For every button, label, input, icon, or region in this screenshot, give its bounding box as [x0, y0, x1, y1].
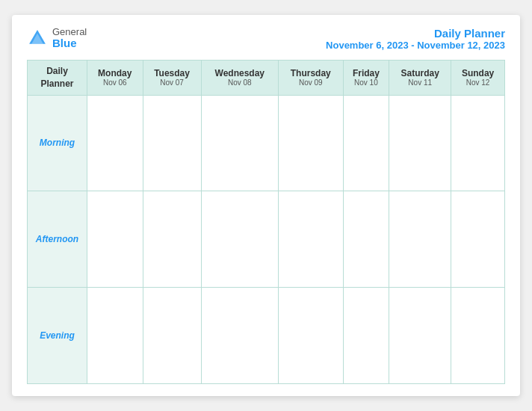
cell-afternoon-friday[interactable]	[343, 191, 389, 288]
cell-evening-saturday[interactable]	[389, 288, 451, 384]
cell-afternoon-wednesday[interactable]	[201, 191, 279, 288]
header-date: November 6, 2023 - November 12, 2023	[326, 40, 505, 51]
cell-afternoon-saturday[interactable]	[389, 191, 451, 288]
day-header-monday: MondayNov 06	[87, 61, 143, 96]
cell-evening-friday[interactable]	[343, 288, 389, 384]
first-col-line2: Planner	[40, 78, 73, 89]
cell-morning-friday[interactable]	[343, 95, 389, 191]
header-right: Daily Planner November 6, 2023 - Novembe…	[326, 27, 505, 51]
cell-evening-tuesday[interactable]	[143, 288, 201, 384]
page: General Blue Daily Planner November 6, 2…	[12, 15, 520, 396]
table-row: Evening	[28, 288, 505, 384]
time-label-morning: Morning	[28, 95, 87, 191]
cell-evening-wednesday[interactable]	[201, 288, 279, 384]
table-row: Afternoon	[28, 191, 505, 288]
logo-general-text: General	[52, 27, 87, 37]
day-header-saturday: SaturdayNov 11	[389, 61, 451, 96]
first-col-header: Daily Planner	[28, 61, 87, 96]
planner-table: Daily Planner MondayNov 06TuesdayNov 07W…	[27, 60, 505, 384]
first-col-line1: Daily	[46, 66, 68, 76]
cell-afternoon-thursday[interactable]	[279, 191, 343, 288]
cell-evening-monday[interactable]	[87, 288, 143, 384]
cell-morning-thursday[interactable]	[279, 95, 343, 191]
cell-afternoon-sunday[interactable]	[451, 191, 505, 288]
cell-evening-sunday[interactable]	[451, 288, 505, 384]
day-header-sunday: SundayNov 12	[451, 61, 505, 96]
logo: General Blue	[27, 27, 87, 50]
table-row: Morning	[28, 95, 505, 191]
cell-evening-thursday[interactable]	[279, 288, 343, 384]
header: General Blue Daily Planner November 6, 2…	[27, 27, 505, 51]
logo-text: General Blue	[52, 27, 87, 50]
header-row: Daily Planner MondayNov 06TuesdayNov 07W…	[28, 61, 505, 96]
logo-icon	[27, 28, 48, 49]
cell-morning-sunday[interactable]	[451, 95, 505, 191]
cell-morning-wednesday[interactable]	[201, 95, 279, 191]
cell-morning-monday[interactable]	[87, 95, 143, 191]
cell-afternoon-tuesday[interactable]	[143, 191, 201, 288]
time-label-afternoon: Afternoon	[28, 191, 87, 288]
day-header-wednesday: WednesdayNov 08	[201, 61, 279, 96]
cell-morning-saturday[interactable]	[389, 95, 451, 191]
time-label-evening: Evening	[28, 288, 87, 384]
logo-blue-text: Blue	[52, 37, 87, 50]
day-header-friday: FridayNov 10	[343, 61, 389, 96]
cell-afternoon-monday[interactable]	[87, 191, 143, 288]
day-header-thursday: ThursdayNov 09	[279, 61, 343, 96]
cell-morning-tuesday[interactable]	[143, 95, 201, 191]
header-title: Daily Planner	[326, 27, 505, 40]
day-header-tuesday: TuesdayNov 07	[143, 61, 201, 96]
